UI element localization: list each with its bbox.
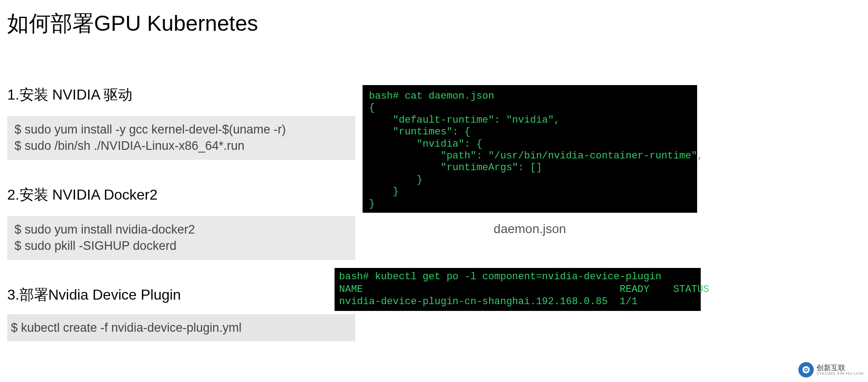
watermark-label: 创新互联 bbox=[816, 364, 863, 372]
step1-heading: 1.安装 NVIDIA 驱动 bbox=[7, 85, 355, 105]
daemon-json-terminal: bash# cat daemon.json { "default-runtime… bbox=[363, 85, 697, 213]
watermark-logo-icon bbox=[798, 362, 814, 377]
step3-code-line-1: $ kubectl create -f nvidia-device-plugin… bbox=[11, 320, 352, 336]
kubectl-get-terminal: bash# kubectl get po -l component=nvidia… bbox=[335, 268, 701, 311]
watermark-sublabel: CHUANG XIN HU LIAN bbox=[816, 372, 863, 376]
step3-heading: 3.部署Nvidia Device Plugin bbox=[7, 285, 355, 305]
step2-code-line-1: $ sudo yum install nvidia-docker2 bbox=[14, 221, 348, 238]
step2-heading: 2.安装 NVIDIA Docker2 bbox=[7, 185, 355, 205]
step2-code-line-2: $ sudo pkill -SIGHUP dockerd bbox=[14, 238, 348, 254]
watermark-text: 创新互联 CHUANG XIN HU LIAN bbox=[816, 364, 863, 376]
left-column: 1.安装 NVIDIA 驱动 $ sudo yum install -y gcc… bbox=[7, 85, 355, 341]
step3-code-block: $ kubectl create -f nvidia-device-plugin… bbox=[7, 314, 355, 341]
daemon-json-caption: daemon.json bbox=[363, 222, 697, 236]
page-title: 如何部署GPU Kubernetes bbox=[7, 9, 258, 38]
step1-code-block: $ sudo yum install -y gcc kernel-devel-$… bbox=[7, 116, 355, 160]
step1-code-line-2: $ sudo /bin/sh ./NVIDIA-Linux-x86_64*.ru… bbox=[14, 138, 348, 154]
step2-code-block: $ sudo yum install nvidia-docker2 $ sudo… bbox=[7, 216, 355, 260]
watermark: 创新互联 CHUANG XIN HU LIAN bbox=[798, 362, 863, 377]
step1-code-line-1: $ sudo yum install -y gcc kernel-devel-$… bbox=[14, 121, 348, 138]
